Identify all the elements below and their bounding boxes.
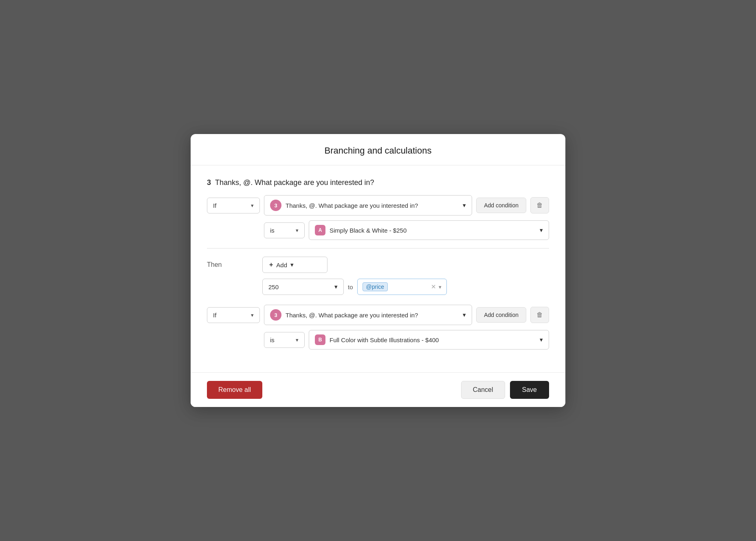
remove-all-button[interactable]: Remove all <box>207 381 262 399</box>
answer-badge-1: A <box>315 225 325 235</box>
delete-button-1[interactable]: 🗑 <box>530 197 549 213</box>
question-select-text-1: Thanks, @. What package are you interest… <box>286 202 459 209</box>
question-select-chevron-1: ▾ <box>463 202 466 209</box>
question-badge-1: 3 <box>270 200 281 211</box>
modal-footer: Remove all Cancel Save <box>191 372 565 407</box>
question-number: 3 <box>207 178 211 187</box>
value-text: 250 <box>268 284 279 290</box>
condition-row-2: If ▾ 3 Thanks, @. What package are you i… <box>207 305 549 325</box>
question-select-1[interactable]: 3 Thanks, @. What package are you intere… <box>264 195 472 216</box>
add-label: Add <box>276 262 287 268</box>
question-select-chevron-2: ▾ <box>463 311 466 319</box>
is-select-1[interactable]: is ▾ <box>264 222 305 238</box>
question-title: 3 Thanks, @. What package are you intere… <box>207 178 549 187</box>
answer-badge-2: B <box>315 334 325 345</box>
divider-1 <box>207 248 549 249</box>
if-chevron-1: ▾ <box>251 202 254 209</box>
answer-text-2: Full Color with Subtle Illustrations - $… <box>330 336 536 343</box>
trash-icon-2: 🗑 <box>536 311 543 319</box>
footer-right: Cancel Save <box>461 381 549 399</box>
answer-text-1: Simply Black & White - $250 <box>330 227 536 234</box>
question-text: Thanks, @. What package are you interest… <box>215 178 374 187</box>
tag-select[interactable]: @price ✕ ▾ <box>357 279 447 295</box>
delete-button-2[interactable]: 🗑 <box>530 307 549 323</box>
modal-dialog: Branching and calculations 3 Thanks, @. … <box>191 134 565 407</box>
trash-icon-1: 🗑 <box>536 202 543 209</box>
add-condition-button-1[interactable]: Add condition <box>476 198 526 213</box>
answer-value-select-1[interactable]: A Simply Black & White - $250 ▾ <box>309 220 549 240</box>
if-chevron-2: ▾ <box>251 312 254 318</box>
condition-row-1: If ▾ 3 Thanks, @. What package are you i… <box>207 195 549 216</box>
answer-value-select-2[interactable]: B Full Color with Subtle Illustrations -… <box>309 330 549 350</box>
tag-remove-icon[interactable]: ✕ <box>431 283 436 290</box>
add-condition-button-2[interactable]: Add condition <box>476 307 526 323</box>
modal-title: Branching and calculations <box>207 145 549 156</box>
value-row: 250 ▾ to @price ✕ ▾ <box>262 279 549 295</box>
cancel-button[interactable]: Cancel <box>461 381 505 399</box>
question-select-2[interactable]: 3 Thanks, @. What package are you intere… <box>264 305 472 325</box>
tag-chevron-icon: ▾ <box>439 284 442 290</box>
then-row: Then + Add ▾ <box>207 257 549 273</box>
save-button[interactable]: Save <box>510 381 549 399</box>
then-section: Then + Add ▾ 250 ▾ to <box>207 257 549 295</box>
condition-block-2: If ▾ 3 Thanks, @. What package are you i… <box>207 305 549 350</box>
to-label: to <box>348 284 353 290</box>
modal-body: 3 Thanks, @. What package are you intere… <box>191 165 565 372</box>
value-select[interactable]: 250 ▾ <box>262 279 344 295</box>
is-select-2[interactable]: is ▾ <box>264 332 305 348</box>
add-dropdown[interactable]: + Add ▾ <box>262 257 327 273</box>
modal-overlay: Branching and calculations 3 Thanks, @. … <box>0 0 756 541</box>
condition-block-1: If ▾ 3 Thanks, @. What package are you i… <box>207 195 549 295</box>
modal-header: Branching and calculations <box>191 134 565 165</box>
plus-icon: + <box>269 261 273 268</box>
answer-row-2: is ▾ B Full Color with Subtle Illustrati… <box>264 330 549 350</box>
tag-chip: @price <box>363 282 388 291</box>
if-select-2[interactable]: If ▾ <box>207 307 260 323</box>
if-select-1[interactable]: If ▾ <box>207 198 260 213</box>
then-label: Then <box>207 261 256 268</box>
answer-row-1: is ▾ A Simply Black & White - $250 ▾ <box>264 220 549 240</box>
question-badge-2: 3 <box>270 309 281 321</box>
question-select-text-2: Thanks, @. What package are you interest… <box>286 312 459 319</box>
